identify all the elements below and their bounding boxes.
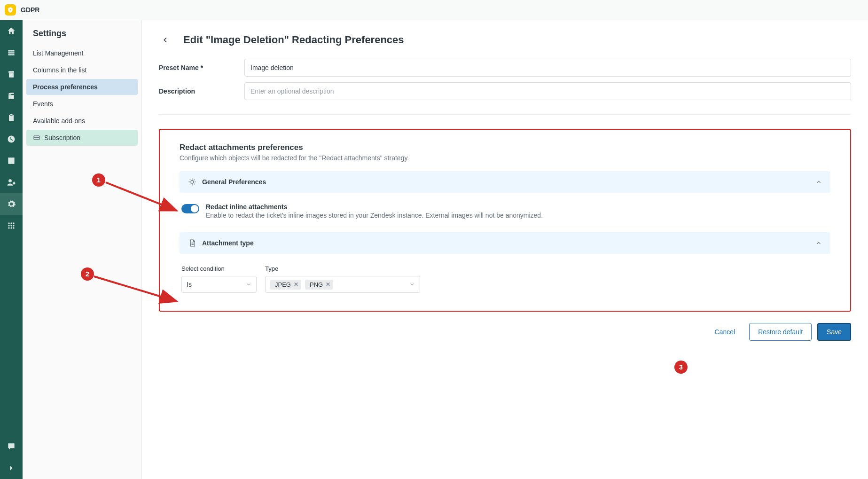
rail-chart[interactable] [0, 150, 23, 172]
sidebar-item-label: Available add-ons [33, 117, 85, 125]
redact-title: Redact attachments preferences [180, 143, 830, 152]
chevron-up-icon [815, 240, 822, 246]
attachment-type-panel[interactable]: Attachment type [180, 232, 830, 254]
preset-name-input[interactable] [244, 59, 851, 77]
save-button[interactable]: Save [817, 323, 851, 341]
svg-point-5 [10, 222, 12, 224]
svg-point-2 [8, 179, 12, 182]
redact-inline-label: Redact inline attachments [206, 203, 543, 211]
type-multiselect[interactable]: JPEG✕ PNG✕ [265, 276, 420, 293]
attachment-type-title: Attachment type [202, 239, 810, 247]
svg-point-8 [10, 225, 12, 226]
redact-inline-toggle-row: Redact inline attachments Enable to reda… [180, 203, 830, 219]
svg-point-11 [10, 227, 12, 228]
rail-archive[interactable] [0, 63, 23, 85]
sidebar-item-subscription[interactable]: Subscription [26, 130, 138, 146]
condition-label: Select condition [181, 265, 257, 272]
preset-name-row: Preset Name * [159, 59, 851, 77]
rail-time[interactable] [0, 128, 23, 150]
type-label: Type [265, 265, 420, 272]
chevron-left-icon [162, 36, 169, 44]
chevron-up-icon [815, 179, 822, 185]
rail-apps[interactable] [0, 215, 23, 236]
main-content: Edit "Image Deletion" Redacting Preferen… [142, 20, 868, 479]
type-tag-png: PNG✕ [305, 280, 333, 290]
settings-sidebar: Settings List Management Columns in the … [23, 20, 142, 479]
rail-list[interactable] [0, 42, 23, 63]
topbar: GDPR [0, 0, 868, 20]
type-tag-label: JPEG [275, 281, 291, 288]
svg-point-10 [8, 227, 9, 228]
rail-home[interactable] [0, 20, 23, 42]
rail-settings[interactable] [0, 193, 23, 215]
svg-rect-14 [34, 137, 39, 138]
condition-value: Is [187, 281, 242, 288]
restore-default-button[interactable]: Restore default [749, 323, 812, 341]
description-input[interactable] [244, 82, 851, 100]
footer-actions: Cancel Restore default Save [159, 323, 851, 341]
svg-point-0 [10, 9, 11, 11]
type-tag-jpeg: JPEG✕ [270, 280, 301, 290]
sidebar-item-columns[interactable]: Columns in the list [26, 62, 138, 78]
general-preferences-title: General Preferences [202, 178, 810, 186]
general-preferences-panel[interactable]: General Preferences [180, 171, 830, 193]
sidebar-title: Settings [33, 29, 138, 39]
app-name: GDPR [21, 6, 39, 14]
page-title: Edit "Image Deletion" Redacting Preferen… [183, 34, 404, 46]
svg-point-4 [8, 222, 9, 224]
chevron-down-icon [246, 282, 251, 287]
document-icon [188, 239, 196, 247]
sidebar-item-label: Events [33, 100, 53, 108]
redact-subtitle: Configure which objects will be redacted… [180, 154, 830, 162]
sidebar-item-label: Process preferences [33, 83, 98, 91]
rail-expand[interactable] [0, 457, 23, 479]
svg-point-7 [8, 225, 9, 226]
sidebar-item-events[interactable]: Events [26, 96, 138, 112]
svg-rect-3 [13, 182, 15, 184]
svg-point-12 [13, 227, 14, 228]
sidebar-item-list-management[interactable]: List Management [26, 45, 138, 61]
description-label: Description [159, 87, 244, 95]
rail-chat[interactable] [0, 436, 23, 457]
condition-select[interactable]: Is [181, 276, 257, 293]
sidebar-item-addons[interactable]: Available add-ons [26, 113, 138, 129]
chevron-down-icon [409, 282, 415, 287]
redact-inline-description: Enable to redact the ticket's inline ima… [206, 212, 543, 219]
page-header: Edit "Image Deletion" Redacting Preferen… [159, 33, 851, 47]
svg-point-9 [13, 225, 14, 226]
remove-tag-icon[interactable]: ✕ [326, 281, 330, 288]
redact-inline-toggle[interactable] [181, 204, 199, 213]
gear-icon [188, 178, 196, 186]
sidebar-item-label: Columns in the list [33, 66, 86, 74]
remove-tag-icon[interactable]: ✕ [294, 281, 298, 288]
rail-lock-user[interactable] [0, 172, 23, 193]
nav-rail [0, 20, 23, 479]
sidebar-item-label: Subscription [44, 134, 80, 141]
svg-point-6 [13, 222, 14, 224]
cancel-button[interactable]: Cancel [706, 323, 744, 341]
condition-row: Select condition Is Type JPEG✕ PNG✕ [180, 265, 830, 293]
rail-users[interactable] [0, 85, 23, 107]
description-row: Description [159, 82, 851, 100]
back-button[interactable] [159, 33, 172, 47]
sidebar-item-label: List Management [33, 49, 83, 57]
shield-icon [7, 7, 14, 13]
type-tag-label: PNG [310, 281, 323, 288]
sidebar-item-process-preferences[interactable]: Process preferences [26, 79, 138, 95]
divider [159, 114, 851, 115]
rail-clipboard[interactable] [0, 107, 23, 128]
preset-name-label: Preset Name * [159, 64, 244, 71]
credit-card-icon [33, 134, 40, 141]
redact-preferences-box: Redact attachments preferences Configure… [159, 129, 851, 312]
app-logo [5, 4, 16, 16]
